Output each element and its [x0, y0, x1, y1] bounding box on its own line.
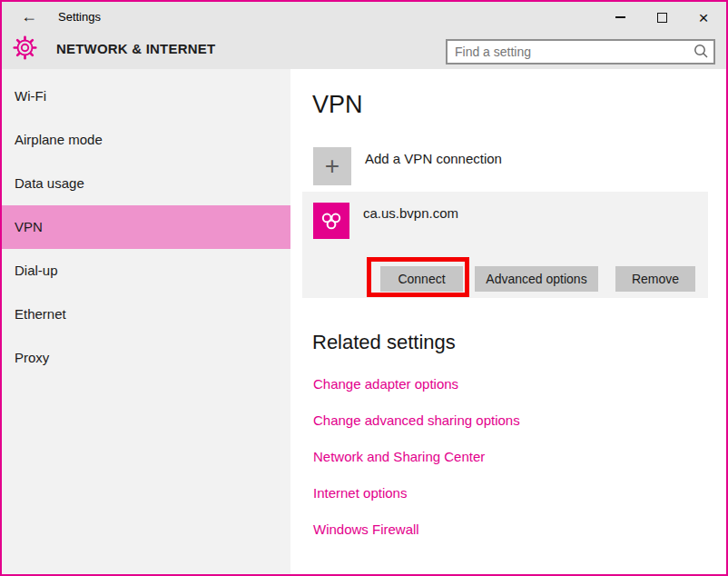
plus-icon: + — [313, 147, 351, 185]
advanced-options-button[interactable]: Advanced options — [475, 266, 598, 292]
connect-button[interactable]: Connect — [380, 266, 463, 292]
remove-button[interactable]: Remove — [615, 266, 695, 292]
settings-window: ← Settings × — [0, 0, 728, 576]
window-controls: × — [599, 2, 724, 33]
link-windows-firewall[interactable]: Windows Firewall — [313, 521, 419, 537]
page-title: NETWORK & INTERNET — [56, 33, 215, 65]
search-input[interactable] — [448, 41, 690, 63]
add-vpn-connection-button[interactable]: + Add a VPN connection — [313, 147, 502, 185]
title-bar: ← Settings × — [2, 2, 726, 33]
vpn-icon — [313, 203, 349, 239]
close-button[interactable]: × — [683, 2, 724, 33]
main-content: VPN + Add a VPN connection ca.us.bvpn.co… — [290, 69, 726, 574]
sidebar-item-proxy[interactable]: Proxy — [2, 336, 290, 380]
link-change-adapter-options[interactable]: Change adapter options — [313, 376, 458, 392]
minimize-button[interactable] — [599, 2, 641, 33]
search-box — [446, 39, 715, 65]
window-title: Settings — [58, 2, 101, 33]
search-icon[interactable] — [690, 41, 712, 63]
add-vpn-connection-label: Add a VPN connection — [365, 151, 502, 185]
back-arrow-icon[interactable]: ← — [16, 2, 42, 33]
link-change-advanced-sharing-options[interactable]: Change advanced sharing options — [313, 412, 520, 428]
close-icon: × — [698, 9, 708, 26]
maximize-icon — [657, 13, 667, 23]
gear-icon — [13, 35, 37, 60]
sidebar-item-vpn[interactable]: VPN — [2, 205, 290, 249]
link-internet-options[interactable]: Internet options — [313, 485, 407, 501]
sidebar-item-airplane-mode[interactable]: Airplane mode — [2, 118, 290, 162]
link-network-and-sharing-center[interactable]: Network and Sharing Center — [313, 449, 485, 464]
section-heading-vpn: VPN — [312, 91, 363, 119]
vpn-connection-entry[interactable]: ca.us.bvpn.com Connect Advanced options … — [302, 192, 708, 298]
sidebar-item-wifi[interactable]: Wi-Fi — [2, 74, 290, 118]
sidebar-item-ethernet[interactable]: Ethernet — [2, 293, 290, 336]
sidebar: Wi-Fi Airplane mode Data usage VPN Dial-… — [2, 69, 290, 574]
maximize-button[interactable] — [641, 2, 683, 33]
vpn-connection-name: ca.us.bvpn.com — [363, 205, 458, 221]
sidebar-item-data-usage[interactable]: Data usage — [2, 162, 290, 205]
minimize-icon — [615, 16, 625, 18]
related-settings-heading: Related settings — [312, 331, 456, 354]
page-header: NETWORK & INTERNET — [2, 33, 726, 69]
sidebar-item-dial-up[interactable]: Dial-up — [2, 249, 290, 293]
top-bar: ← Settings × — [2, 2, 726, 69]
